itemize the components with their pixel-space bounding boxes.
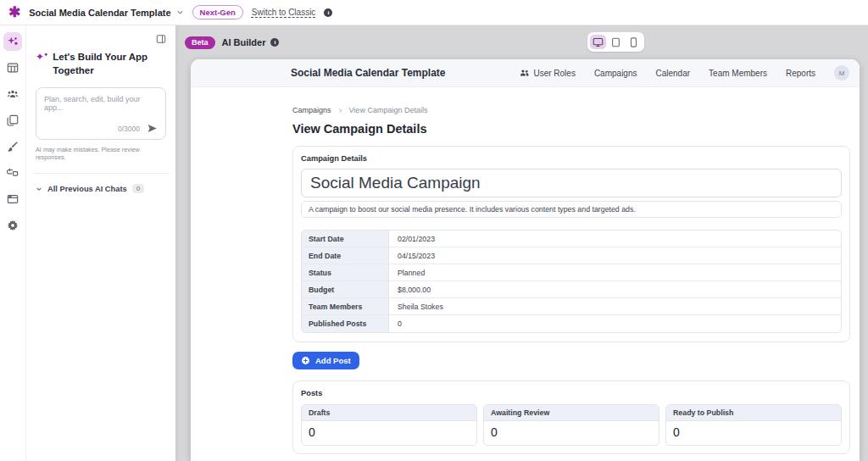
- nav-label: User Roles: [533, 69, 575, 78]
- campaign-details-heading: Campaign Details: [301, 154, 842, 163]
- field-value: Planned: [389, 264, 841, 280]
- desktop-icon: [593, 37, 604, 47]
- previous-chats-count-badge: 0: [132, 184, 144, 193]
- field-value: Sheila Stokes: [389, 298, 841, 314]
- chevron-down-icon: [36, 186, 42, 192]
- collapse-panel-icon[interactable]: [156, 32, 166, 47]
- paintbrush-icon: [7, 141, 19, 153]
- project-title: Social Media Calendar Template: [29, 8, 170, 18]
- previous-chats-toggle[interactable]: All Previous AI Chats 0: [36, 184, 166, 193]
- field-value: 04/15/2023: [389, 247, 841, 264]
- previous-chats-label: All Previous AI Chats: [47, 185, 127, 193]
- field-label: Status: [302, 264, 389, 280]
- top-bar: ✱ Social Media Calendar Template Next-Ge…: [0, 0, 868, 25]
- breadcrumb-current: View Campaign Details: [349, 106, 428, 114]
- pages-icon: [7, 114, 19, 126]
- left-icon-rail: [0, 25, 25, 461]
- rail-item-navbar[interactable]: [3, 190, 22, 208]
- campaign-description-field: A campaign to boost our social media pre…: [301, 201, 842, 218]
- stat-value: 0: [666, 421, 841, 445]
- device-preview-toggle: [587, 32, 644, 52]
- field-label: Team Members: [302, 298, 389, 314]
- rail-item-ai-builder[interactable]: [3, 32, 22, 51]
- sparkle-icon: ✦●: [36, 51, 47, 77]
- table-icon: [7, 62, 19, 74]
- rail-item-pages[interactable]: [3, 111, 22, 130]
- field-value: $8,000.00: [389, 281, 841, 297]
- breadcrumb-campaigns[interactable]: Campaigns: [292, 106, 331, 114]
- workflow-icon: [7, 167, 19, 179]
- rail-item-data-tables[interactable]: [3, 58, 22, 77]
- avatar[interactable]: M: [834, 65, 849, 81]
- table-row: Team Members Sheila Stokes: [302, 298, 841, 315]
- info-icon[interactable]: i: [270, 38, 279, 47]
- builder-title: AI Builder: [222, 37, 266, 47]
- phone-icon: [630, 37, 637, 47]
- posts-heading: Posts: [301, 389, 842, 397]
- stat-value: 0: [484, 421, 659, 445]
- desktop-preview-button[interactable]: [590, 35, 606, 49]
- ai-chat-panel: ✦● Let's Build Your App Together 0/3000 …: [25, 25, 175, 461]
- stat-drafts: Drafts 0: [301, 404, 477, 446]
- ai-disclaimer: AI may make mistakes. Please review resp…: [36, 146, 166, 161]
- phone-preview-button[interactable]: [626, 35, 642, 49]
- chat-input[interactable]: [44, 95, 158, 115]
- table-row: Budget $8,000.00: [302, 281, 841, 298]
- campaign-name-field: Social Media Campaign: [301, 169, 842, 197]
- stat-value: 0: [302, 421, 476, 445]
- field-value: 02/01/2023: [389, 230, 841, 247]
- info-icon[interactable]: i: [324, 8, 332, 17]
- nav-item-calendar[interactable]: Calendar: [655, 69, 690, 78]
- field-value: 0: [389, 315, 841, 332]
- sparkle-icon: [7, 36, 19, 47]
- project-switcher[interactable]: Social Media Calendar Template: [29, 8, 183, 18]
- tablet-icon: [611, 37, 620, 47]
- nav-label: Campaigns: [594, 69, 637, 78]
- rail-item-design[interactable]: [3, 137, 22, 156]
- char-counter: 0/3000: [118, 125, 140, 133]
- field-label: Published Posts: [302, 315, 389, 332]
- rail-item-workflow[interactable]: [3, 164, 22, 182]
- gear-icon: [7, 219, 19, 231]
- nav-item-campaigns[interactable]: Campaigns: [594, 69, 637, 78]
- rail-item-users[interactable]: [3, 85, 22, 103]
- switch-to-classic-link[interactable]: Switch to Classic: [252, 8, 316, 17]
- stat-ready-to-publish: Ready to Publish 0: [665, 404, 842, 446]
- page-title: View Campaign Details: [292, 122, 850, 136]
- breadcrumb-separator-icon: [337, 108, 343, 114]
- browser-bar-icon: [7, 193, 19, 205]
- builder-canvas: Beta AI Builder i Social Media Calendar …: [175, 25, 868, 461]
- chat-heading: Let's Build Your App Together: [53, 51, 161, 77]
- chevron-down-icon: [176, 8, 184, 16]
- builder-toolbar: Beta AI Builder i: [175, 25, 868, 59]
- divider: [33, 173, 169, 174]
- stat-label: Drafts: [302, 405, 476, 421]
- posts-card: Posts Drafts 0 Awaiting Review 0 Ready t…: [292, 380, 850, 454]
- app-preview-frame: Social Media Calendar Template User Role…: [191, 59, 860, 461]
- stat-awaiting-review: Awaiting Review 0: [483, 404, 659, 446]
- app-nav: User Roles Campaigns Calendar Team Membe…: [520, 65, 849, 81]
- stat-label: Ready to Publish: [666, 405, 841, 421]
- send-icon[interactable]: [147, 123, 158, 134]
- add-post-button[interactable]: Add Post: [292, 352, 359, 369]
- app-header: Social Media Calendar Template User Role…: [191, 59, 860, 87]
- nav-label: Team Members: [709, 69, 767, 78]
- table-row: Start Date 02/01/2023: [302, 230, 841, 247]
- nav-item-team-members[interactable]: Team Members: [709, 69, 767, 78]
- table-row: Status Planned: [302, 264, 841, 281]
- nav-item-user-roles[interactable]: User Roles: [520, 69, 575, 78]
- breadcrumb: Campaigns View Campaign Details: [292, 106, 850, 114]
- app-page-body: Campaigns View Campaign Details View Cam…: [191, 87, 860, 461]
- tablet-preview-button[interactable]: [608, 35, 624, 49]
- add-post-label: Add Post: [315, 356, 351, 365]
- campaign-fields-table: Start Date 02/01/2023 End Date 04/15/202…: [301, 230, 842, 333]
- nav-item-reports[interactable]: Reports: [786, 69, 815, 78]
- table-row: Published Posts 0: [302, 315, 841, 332]
- softr-logo-icon: ✱: [8, 5, 20, 19]
- nav-label: Reports: [786, 69, 815, 78]
- table-row: End Date 04/15/2023: [302, 247, 841, 264]
- campaign-details-card: Campaign Details Social Media Campaign A…: [292, 146, 850, 342]
- rail-item-settings[interactable]: [3, 216, 22, 235]
- field-label: Budget: [302, 281, 389, 297]
- plus-circle-icon: [301, 356, 310, 365]
